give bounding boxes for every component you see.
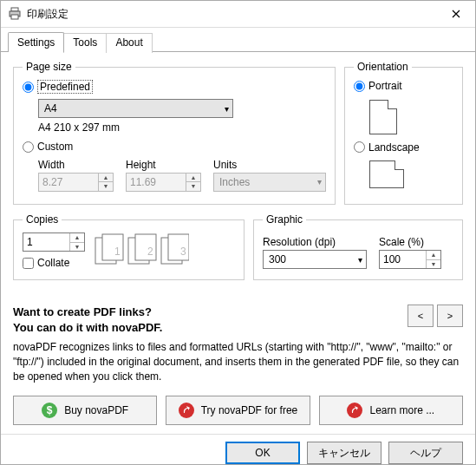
help-label: ヘルプ [410, 446, 441, 461]
copies-spinner-buttons[interactable]: ▲▼ [69, 233, 84, 251]
ok-button[interactable]: OK [225, 442, 300, 464]
print-settings-window: 印刷設定 Settings Tools About Page size Pred… [0, 0, 476, 465]
width-spinner[interactable]: ▲▼ [38, 173, 114, 192]
predefined-radio[interactable]: Predefined [23, 80, 93, 94]
titlebar: 印刷設定 [1, 1, 475, 28]
tab-settings[interactable]: Settings [8, 32, 64, 52]
learn-button[interactable]: Learn more ... [319, 396, 463, 425]
cancel-button[interactable]: キャンセル [307, 442, 381, 464]
pagesize-legend: Page size [23, 61, 75, 73]
portrait-radio[interactable]: Portrait [354, 80, 402, 92]
height-spinner-buttons[interactable]: ▲▼ [186, 174, 200, 191]
resolution-label: Resolution (dpi) [263, 236, 367, 248]
height-label: Height [126, 159, 201, 171]
scale-spinner-buttons[interactable]: ▲▼ [426, 251, 440, 268]
graphic-group: Graphic Resolution (dpi) 300 ▾ Scale (%) [253, 213, 463, 280]
nova-icon [347, 403, 362, 418]
tip-title: Want to create PDF links? You can do it … [13, 305, 162, 335]
copies-legend: Copies [23, 213, 62, 226]
orientation-group: Orientation Portrait Landscape [344, 61, 463, 205]
units-label: Units [213, 159, 326, 171]
resolution-combo[interactable]: 300 ▾ [263, 250, 367, 269]
scale-label: Scale (%) [379, 236, 441, 248]
printer-icon [8, 7, 22, 21]
landscape-radio-input[interactable] [354, 141, 365, 153]
custom-radio-label: Custom [37, 141, 73, 153]
tab-content: Page size Predefined A4 ▾ A4 210 x 297 m… [1, 52, 475, 434]
predefined-combo[interactable]: A4 ▾ [38, 99, 233, 118]
scale-spinner[interactable]: ▲▼ [379, 250, 441, 269]
tip-title-line1: Want to create PDF links? [13, 305, 152, 318]
units-value: Inches [219, 176, 250, 188]
tip-body: novaPDF recognizes links to files and fo… [13, 340, 463, 383]
tab-tools-label: Tools [73, 36, 97, 49]
cancel-label: キャンセル [318, 446, 370, 461]
try-button[interactable]: Try novaPDF for free [166, 396, 310, 425]
dialog-footer: OK キャンセル ヘルプ [1, 434, 475, 465]
portrait-radio-input[interactable] [354, 81, 365, 92]
height-input[interactable] [127, 174, 186, 191]
promo-actions: $ Buy novaPDF Try novaPDF for free Learn… [13, 396, 463, 425]
buy-label: Buy novaPDF [64, 404, 128, 416]
landscape-radio[interactable]: Landscape [354, 141, 420, 154]
svg-text:2: 2 [147, 246, 153, 258]
portrait-radio-label: Portrait [368, 80, 402, 92]
ok-label: OK [255, 447, 270, 459]
copies-input[interactable] [23, 233, 69, 251]
tip-title-line2: You can do it with novaPDF. [13, 321, 162, 334]
chevron-down-icon: ▾ [358, 255, 362, 265]
tab-settings-label: Settings [17, 36, 55, 49]
height-spinner[interactable]: ▲▼ [126, 173, 201, 192]
width-input[interactable] [39, 174, 98, 191]
tab-about[interactable]: About [106, 33, 152, 53]
predefined-value: A4 [44, 102, 57, 115]
tip-next-label: > [447, 311, 453, 321]
collate-checkbox[interactable]: Collate [23, 257, 85, 269]
tip-next-button[interactable]: > [437, 305, 463, 327]
learn-label: Learn more ... [369, 404, 434, 416]
tab-tools[interactable]: Tools [63, 33, 107, 53]
tabstrip: Settings Tools About [1, 28, 475, 52]
copies-spinner[interactable]: ▲▼ [23, 232, 85, 252]
collate-checkbox-input[interactable] [23, 258, 34, 269]
dollar-icon: $ [42, 403, 57, 418]
landscape-radio-label: Landscape [368, 141, 420, 154]
pagesize-group: Page size Predefined A4 ▾ A4 210 x 297 m… [13, 61, 336, 205]
graphic-legend: Graphic [263, 213, 306, 226]
svg-text:3: 3 [180, 246, 186, 258]
chevron-down-icon: ▾ [225, 104, 229, 114]
svg-rect-0 [11, 8, 18, 11]
predefined-dimensions: A4 210 x 297 mm [38, 121, 326, 134]
width-spinner-buttons[interactable]: ▲▼ [98, 174, 113, 191]
width-label: Width [38, 159, 114, 171]
tab-about-label: About [115, 36, 142, 49]
try-label: Try novaPDF for free [201, 404, 298, 416]
buy-button[interactable]: $ Buy novaPDF [13, 396, 157, 425]
scale-input[interactable] [380, 251, 426, 268]
collate-label: Collate [37, 257, 69, 269]
orientation-legend: Orientation [354, 61, 412, 73]
close-button[interactable] [436, 1, 475, 27]
svg-text:1: 1 [114, 246, 121, 258]
predefined-radio-input[interactable] [23, 82, 34, 93]
landscape-icon [369, 160, 404, 188]
predefined-radio-label: Predefined [37, 80, 93, 94]
tip-prev-button[interactable]: < [408, 305, 434, 327]
collate-pages-icon: 1 2 3 [94, 232, 189, 269]
units-combo[interactable]: Inches ▾ [213, 173, 326, 192]
tip-prev-label: < [418, 311, 423, 321]
copies-group: Copies ▲▼ Collate [13, 213, 245, 280]
chevron-down-icon: ▾ [317, 177, 322, 187]
nova-icon [179, 403, 194, 418]
tip-panel: Want to create PDF links? You can do it … [13, 305, 463, 383]
window-title: 印刷設定 [27, 7, 436, 22]
svg-rect-2 [11, 15, 18, 19]
resolution-value: 300 [269, 253, 286, 265]
help-button[interactable]: ヘルプ [388, 442, 463, 464]
custom-radio[interactable]: Custom [23, 141, 73, 153]
custom-radio-input[interactable] [23, 141, 34, 153]
portrait-icon [369, 100, 397, 134]
